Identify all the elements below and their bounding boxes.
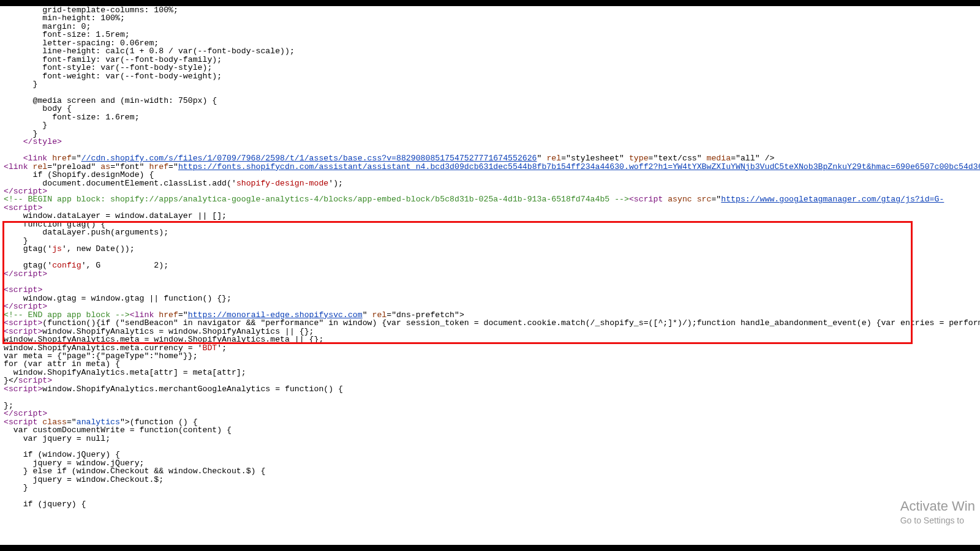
code-token: </	[4, 269, 13, 279]
code-comment: <!-- BEGIN app block: shopify://apps/ana…	[4, 195, 629, 204]
code-token: gtag('	[4, 244, 52, 253]
code-token: shopify-design-mode	[236, 179, 328, 188]
code-token: style	[32, 137, 57, 146]
source-view: grid-template-columns: 100%; min-height:…	[0, 6, 980, 545]
code-token: script	[634, 195, 663, 204]
code-url[interactable]: https://fonts.shopifycdn.com/assistant/a…	[178, 162, 980, 171]
code-token: ', new Date());	[62, 244, 135, 253]
code-token: <	[4, 384, 9, 394]
code-token: >	[57, 137, 62, 146]
code-token: ', G 2);	[81, 261, 168, 270]
watermark-subtitle: Go to Settings to	[900, 515, 975, 525]
code-block[interactable]: grid-template-columns: 100%; min-height:…	[0, 6, 980, 509]
code-line: }	[4, 483, 28, 492]
code-token: async src	[663, 195, 711, 204]
code-line: if (jquery) {	[4, 500, 86, 509]
code-token: BDT	[202, 343, 217, 353]
code-token: ');	[328, 179, 343, 188]
code-token: ="	[168, 162, 178, 171]
code-line: }	[4, 80, 37, 89]
code-token: config	[52, 261, 81, 270]
code-token: window.ShopifyAnalytics.merchantGoogleAn…	[42, 384, 343, 394]
code-token: >	[42, 269, 47, 279]
code-token: script	[9, 384, 37, 394]
code-token: js	[52, 244, 62, 253]
code-token: script	[13, 269, 42, 279]
code-url[interactable]: https://www.googletagmanager.com/gtag/js…	[721, 195, 944, 204]
code-token: <	[629, 195, 634, 204]
code-line: var jquery = null;	[4, 434, 110, 443]
code-token: 2	[944, 195, 980, 204]
code-token: ';	[217, 343, 227, 353]
code-token: ="	[711, 195, 721, 204]
code-line: dataLayer.push(arguments);	[4, 228, 168, 237]
code-token: </	[4, 137, 32, 146]
